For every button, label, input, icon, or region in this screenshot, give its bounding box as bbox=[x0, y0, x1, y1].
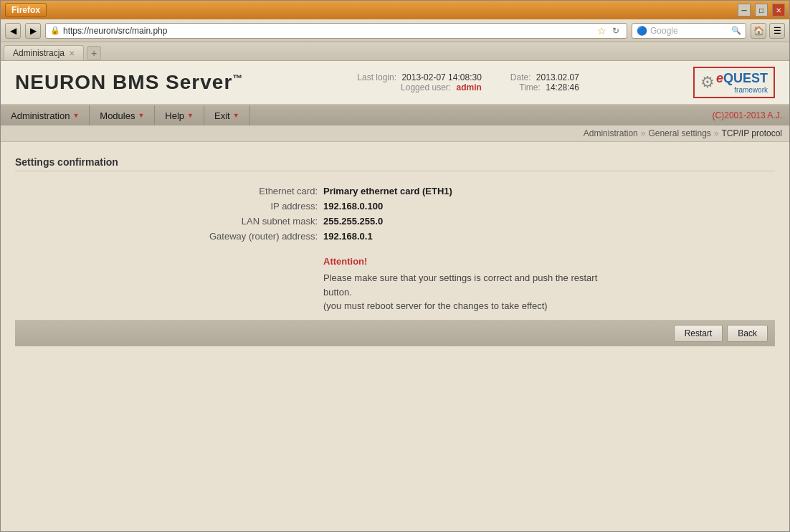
logged-user-value: admin bbox=[456, 82, 481, 92]
address-text: https://neuron/src/main.php bbox=[63, 26, 167, 36]
datetime-info: Date: 2013.02.07 Time: 14:28:46 bbox=[510, 72, 579, 92]
breadcrumb-item-0[interactable]: Administration bbox=[584, 128, 638, 138]
search-provider-icon: 🔵 bbox=[637, 26, 647, 36]
logo-e-letter: e bbox=[716, 71, 723, 86]
last-login-value: 2013-02-07 14:08:30 bbox=[401, 72, 481, 82]
address-bar[interactable]: 🔒 https://neuron/src/main.php ☆ ↻ bbox=[45, 23, 627, 39]
breadcrumb-item-2: TCP/IP protocol bbox=[722, 128, 782, 138]
settings-row-subnet: LAN subnet mask: 255.255.255.0 bbox=[180, 216, 610, 227]
attention-title: Attention! bbox=[323, 256, 610, 267]
menu-bar: Administration ▼ Modules ▼ Help ▼ Exit ▼… bbox=[1, 105, 789, 125]
gear-icon: ⚙ bbox=[700, 73, 715, 92]
active-tab[interactable]: Administracja ✕ bbox=[4, 45, 84, 60]
ip-label: IP address: bbox=[180, 201, 323, 212]
menu-item-help[interactable]: Help ▼ bbox=[155, 105, 204, 125]
maximize-button[interactable]: □ bbox=[755, 4, 768, 16]
close-button[interactable]: ✕ bbox=[772, 4, 785, 16]
section-title: Settings confirmation bbox=[15, 156, 775, 171]
minimize-button[interactable]: ─ bbox=[738, 4, 751, 16]
forward-button[interactable]: ▶ bbox=[25, 23, 41, 39]
footer-bar: Restart Back bbox=[15, 320, 775, 346]
new-tab-button[interactable]: + bbox=[87, 46, 101, 60]
menu-item-modules[interactable]: Modules ▼ bbox=[90, 105, 155, 125]
breadcrumb: Administration » General settings » TCP/… bbox=[1, 125, 789, 142]
subnet-value: 255.255.255.0 bbox=[323, 216, 383, 227]
back-button[interactable]: Back bbox=[727, 325, 768, 342]
login-info: Last login: 2013-02-07 14:08:30 Logged u… bbox=[357, 72, 481, 92]
attention-line2: (you must reboot server for the changes … bbox=[323, 299, 610, 313]
breadcrumb-sep-1: » bbox=[714, 128, 719, 138]
app-header: NEURON BMS Server™ Last login: 2013-02-0… bbox=[1, 61, 789, 105]
firefox-button[interactable]: Firefox bbox=[5, 3, 47, 17]
app-title-area: NEURON BMS Server™ bbox=[15, 71, 243, 94]
home-button[interactable]: 🏠 bbox=[751, 23, 766, 39]
tab-bar: Administracja ✕ + bbox=[1, 42, 789, 61]
search-magnifier-icon: 🔍 bbox=[731, 26, 741, 35]
administration-arrow-icon: ▼ bbox=[72, 112, 79, 119]
search-bar[interactable]: 🔵 Google 🔍 bbox=[632, 23, 746, 39]
tab-close-icon[interactable]: ✕ bbox=[69, 49, 75, 57]
settings-row-ethernet: Ethernet card: Primary ethernet card (ET… bbox=[180, 186, 610, 196]
settings-table: Ethernet card: Primary ethernet card (ET… bbox=[180, 186, 610, 313]
restart-button[interactable]: Restart bbox=[674, 325, 723, 342]
help-arrow-icon: ▼ bbox=[187, 112, 194, 119]
header-info: Last login: 2013-02-07 14:08:30 Logged u… bbox=[357, 72, 579, 92]
exit-arrow-icon: ▼ bbox=[233, 112, 239, 119]
title-bar: Firefox ─ □ ✕ bbox=[1, 1, 789, 19]
ip-value: 192.168.0.100 bbox=[323, 201, 383, 212]
breadcrumb-item-1[interactable]: General settings bbox=[648, 128, 710, 138]
back-button[interactable]: ◀ bbox=[5, 23, 21, 39]
ethernet-label: Ethernet card: bbox=[180, 186, 323, 196]
equest-logo: ⚙ e QUEST framework bbox=[693, 67, 775, 98]
attention-box: Attention! Please make sure that your se… bbox=[323, 256, 610, 313]
app-content: NEURON BMS Server™ Last login: 2013-02-0… bbox=[1, 61, 789, 531]
attention-line1: Please make sure that your settings is c… bbox=[323, 271, 610, 299]
time-value: 14:28:46 bbox=[546, 82, 579, 92]
gateway-label: Gateway (router) address: bbox=[180, 231, 323, 242]
ethernet-value: Primary ethernet card (ETH1) bbox=[323, 186, 452, 196]
settings-row-ip: IP address: 192.168.0.100 bbox=[180, 201, 610, 212]
gateway-value: 192.168.0.1 bbox=[323, 231, 373, 242]
settings-row-gateway: Gateway (router) address: 192.168.0.1 bbox=[180, 231, 610, 242]
menu-item-administration[interactable]: Administration ▼ bbox=[1, 105, 90, 125]
breadcrumb-sep-0: » bbox=[641, 128, 646, 138]
logo-quest-text: QUEST bbox=[723, 71, 768, 86]
app-title: NEURON BMS Server™ bbox=[15, 71, 243, 93]
nav-bar: ◀ ▶ 🔒 https://neuron/src/main.php ☆ ↻ 🔵 … bbox=[1, 19, 789, 42]
bookmark-icon[interactable]: ☆ bbox=[597, 25, 606, 37]
menu-button[interactable]: ☰ bbox=[769, 23, 785, 39]
menu-copyright: (C)2001-2013 A.J. bbox=[713, 110, 789, 120]
lock-icon: 🔒 bbox=[50, 26, 60, 35]
tab-label: Administracja bbox=[13, 48, 65, 58]
menu-item-exit[interactable]: Exit ▼ bbox=[204, 105, 250, 125]
search-placeholder: Google bbox=[650, 26, 678, 36]
refresh-icon[interactable]: ↻ bbox=[609, 26, 622, 36]
logo-framework-text: framework bbox=[716, 86, 768, 94]
date-value: 2013.02.07 bbox=[536, 72, 579, 82]
main-content: Settings confirmation Ethernet card: Pri… bbox=[1, 142, 789, 361]
modules-arrow-icon: ▼ bbox=[138, 112, 144, 119]
subnet-label: LAN subnet mask: bbox=[180, 216, 323, 227]
